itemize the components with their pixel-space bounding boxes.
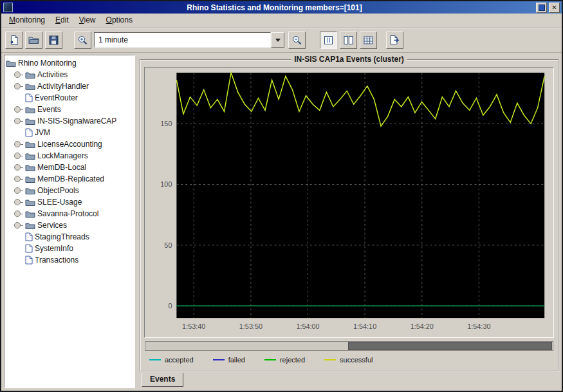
menu-options[interactable]: Options [102, 14, 137, 26]
document-icon [25, 256, 33, 265]
shade-button[interactable] [536, 3, 547, 13]
tree-item[interactable]: SLEE-Usage [6, 196, 133, 208]
expand-handle-icon[interactable] [14, 83, 23, 89]
view-table-icon [364, 35, 373, 45]
expand-handle-icon[interactable] [14, 210, 23, 217]
expand-handle-icon[interactable] [14, 164, 23, 171]
svg-text:50: 50 [164, 241, 172, 249]
tree-root[interactable]: Rhino Monitoring [6, 57, 133, 69]
tree-item-label: Services [37, 221, 67, 230]
tree-item-label: MemDB-Replicated [37, 174, 104, 183]
svg-text:100: 100 [160, 180, 172, 188]
document-icon [25, 244, 33, 253]
open-folder-icon [6, 59, 16, 68]
main-area: Rhino Monitoring Activities ActivityHand… [1, 53, 562, 391]
tree-item[interactable]: LockManagers [6, 150, 133, 162]
menu-edit[interactable]: Edit [51, 14, 73, 26]
chart-panel-title: IN-SIS CAP1a Events (cluster) [291, 55, 407, 64]
new-graph-icon [9, 35, 19, 45]
folder-icon [25, 117, 35, 126]
folder-icon [25, 82, 35, 91]
app-window: Rhino Statistics and Monitoring members=… [0, 0, 563, 392]
tree-item[interactable]: Savanna-Protocol [6, 208, 133, 219]
open-button[interactable] [25, 32, 42, 49]
expand-handle-icon[interactable] [14, 187, 23, 194]
expand-handle-icon[interactable] [14, 106, 23, 113]
tree-item[interactable]: Events [6, 104, 133, 115]
folder-icon [25, 210, 35, 218]
combobox-arrow-button[interactable] [271, 32, 284, 48]
interval-combobox[interactable]: 1 minute [94, 32, 284, 48]
folder-icon [25, 187, 35, 195]
legend-item: rejected [264, 356, 305, 364]
tree-item-label: LockManagers [37, 151, 88, 160]
expand-handle-icon[interactable] [14, 222, 23, 229]
tree-item-label: EventRouter [35, 93, 78, 102]
view-single-button[interactable] [320, 32, 337, 49]
tree-item-label: StagingThreads [35, 232, 89, 241]
legend-swatch-icon [213, 359, 225, 360]
tree-item[interactable]: ActivityHandler [6, 80, 133, 92]
scrollbar-thumb[interactable] [348, 342, 552, 350]
zoom-in-icon [77, 35, 88, 46]
expand-handle-icon[interactable] [14, 71, 23, 78]
view-single-icon [324, 35, 333, 45]
new-graph-button[interactable] [5, 32, 23, 49]
zoom-out-button[interactable] [288, 32, 306, 49]
tree-item-label: JVM [35, 128, 50, 137]
legend-swatch-icon [149, 359, 161, 360]
tree-root-label: Rhino Monitoring [18, 59, 77, 68]
tree-item[interactable]: Activities [6, 69, 133, 80]
legend-label: successful [340, 356, 373, 364]
folder-icon [25, 221, 35, 230]
chart-canvas: 0501001501:53:401:53:501:54:001:54:101:5… [145, 68, 553, 337]
title-bar: Rhino Statistics and Monitoring members=… [1, 1, 562, 14]
view-split-icon [344, 35, 353, 45]
tree-item[interactable]: StagingThreads [6, 231, 133, 243]
tree-item[interactable]: MemDB-Local [6, 162, 133, 173]
legend-swatch-icon [264, 359, 276, 360]
view-split-button[interactable] [340, 32, 357, 49]
close-icon: ✕ [551, 5, 557, 11]
document-icon [25, 93, 33, 102]
tree-item[interactable]: Transactions [6, 254, 133, 266]
zoom-in-button[interactable] [74, 32, 91, 49]
menu-view[interactable]: View [75, 14, 100, 26]
time-range-scrollbar[interactable] [145, 341, 553, 351]
tree-item-label: IN-SIS-SignalwareCAP [37, 117, 116, 126]
expand-handle-icon[interactable] [14, 176, 23, 182]
svg-text:150: 150 [160, 120, 172, 127]
chart-area: 0501001501:53:401:53:501:54:001:54:101:5… [144, 67, 554, 338]
legend-item: successful [324, 356, 373, 364]
tree-item[interactable]: JVM [6, 127, 133, 138]
expand-handle-icon[interactable] [14, 118, 23, 124]
expand-handle-icon[interactable] [14, 141, 23, 147]
tree-item-label: SystemInfo [35, 244, 73, 253]
folder-icon [25, 198, 35, 207]
menu-monitoring[interactable]: Monitoring [5, 14, 50, 26]
tab-events[interactable]: Events [142, 373, 183, 387]
tree-children: Activities ActivityHandler EventRouter E… [6, 69, 133, 266]
tree-item[interactable]: Services [6, 219, 133, 231]
folder-icon [25, 175, 35, 183]
tree-item[interactable]: ObjectPools [6, 185, 133, 196]
tree-item[interactable]: EventRouter [6, 92, 133, 104]
export-button[interactable] [386, 32, 403, 49]
export-icon [389, 35, 400, 45]
split-divider[interactable] [135, 55, 140, 388]
folder-icon [25, 71, 35, 79]
close-button[interactable]: ✕ [549, 3, 560, 13]
save-button[interactable] [45, 32, 62, 49]
tree-item[interactable]: IN-SIS-SignalwareCAP [6, 115, 133, 127]
expand-handle-icon[interactable] [14, 153, 23, 159]
tree-item[interactable]: MemDB-Replicated [6, 173, 133, 185]
interval-value: 1 minute [94, 32, 271, 48]
view-table-button[interactable] [360, 32, 377, 49]
document-icon [25, 232, 33, 241]
document-icon [25, 128, 33, 137]
tree-item[interactable]: SystemInfo [6, 243, 133, 254]
events-chart-panel: IN-SIS CAP1a Events (cluster) 0501001501… [140, 59, 558, 371]
tree-item[interactable]: LicenseAccounting [6, 138, 133, 150]
expand-handle-icon[interactable] [14, 199, 23, 205]
legend-row: accepted failed rejected successful [144, 351, 554, 368]
